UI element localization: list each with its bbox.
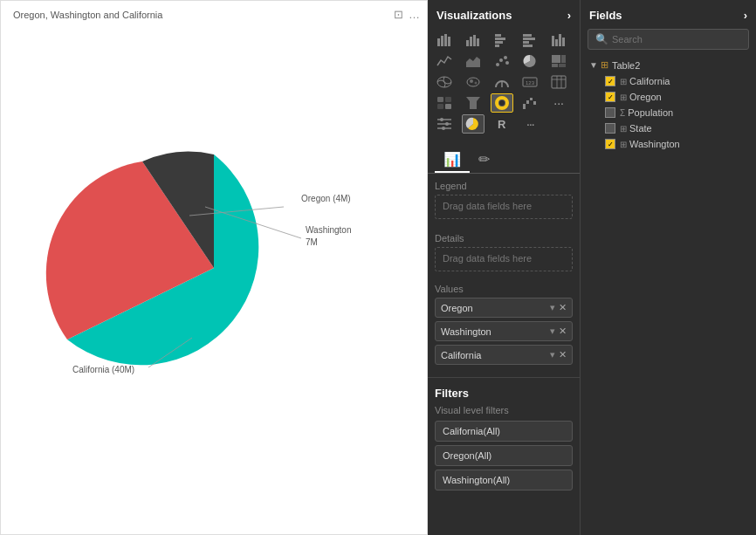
viz-icon-stacked-bar[interactable] — [433, 31, 456, 50]
viz-icon-area[interactable] — [462, 51, 485, 71]
viz-icon-pie[interactable] — [519, 51, 541, 71]
chart-header-icons: ⊡ … — [394, 8, 420, 21]
viz-icon-gauge[interactable] — [491, 72, 513, 92]
value-row-oregon[interactable]: Oregon ▾ ✕ — [435, 298, 573, 318]
svg-rect-20 — [555, 39, 558, 46]
label-california: California (40M) — [72, 365, 134, 374]
search-icon: 🔍 — [595, 33, 608, 45]
svg-rect-30 — [552, 64, 558, 67]
viz-icon-waterfall[interactable] — [519, 93, 541, 113]
legend-drop-zone[interactable]: Drag data fields here — [435, 195, 573, 219]
table-row-table2[interactable]: ▼ ⊞ Table2 — [586, 57, 751, 73]
svg-point-35 — [474, 82, 477, 85]
viz-icon-pie-active[interactable] — [462, 114, 485, 134]
svg-rect-50 — [523, 104, 526, 109]
chart-area: Oregon (4M) Washington 7M California (40… — [1, 1, 427, 534]
value-row-california[interactable]: California ▾ ✕ — [435, 345, 573, 365]
field-checkbox-population[interactable] — [605, 107, 615, 118]
viz-icon-r-visual[interactable]: R — [491, 114, 513, 134]
table-expand-icon[interactable]: ▼ — [589, 60, 598, 70]
field-row-california[interactable]: ✓ ⊞ California — [586, 73, 751, 89]
svg-rect-44 — [445, 97, 451, 102]
value-oregon-chevron[interactable]: ▾ — [550, 302, 555, 313]
tab-fields[interactable]: 📊 — [435, 147, 470, 173]
svg-rect-6 — [448, 37, 450, 46]
svg-rect-13 — [495, 41, 503, 44]
fields-panel: Fields › 🔍 ▼ ⊞ Table2 ✓ ⊞ California — [581, 0, 756, 535]
svg-rect-16 — [523, 38, 535, 40]
field-name-state: State — [629, 123, 747, 134]
visualizations-arrow[interactable]: › — [567, 9, 571, 22]
value-washington-remove[interactable]: ✕ — [559, 326, 567, 337]
field-row-population[interactable]: Σ Population — [586, 105, 751, 120]
fields-arrow[interactable]: › — [744, 9, 747, 22]
value-california-chevron[interactable]: ▾ — [550, 349, 555, 360]
viz-icon-funnel[interactable] — [462, 93, 485, 113]
more-options-icon[interactable]: … — [409, 8, 420, 21]
value-washington-chevron[interactable]: ▾ — [550, 326, 555, 337]
viz-icon-vbar2[interactable] — [547, 31, 570, 50]
field-row-oregon[interactable]: ✓ ⊞ Oregon — [586, 89, 751, 105]
viz-icon-hbar[interactable] — [491, 31, 513, 50]
filter-california[interactable]: California(All) — [435, 421, 573, 442]
viz-icon-ellipsis[interactable]: ··· — [519, 114, 541, 134]
svg-rect-10 — [477, 38, 479, 46]
visualizations-header: Visualizations › — [428, 0, 580, 29]
tab-format[interactable]: ✏ — [470, 147, 498, 173]
right-panel: Visualizations › — [428, 0, 756, 535]
expand-icon[interactable]: ⊡ — [394, 8, 403, 21]
value-row-washington[interactable]: Washington ▾ ✕ — [435, 321, 573, 341]
svg-rect-22 — [562, 38, 565, 46]
svg-text:123: 123 — [526, 80, 535, 86]
viz-icon-bar[interactable] — [462, 31, 485, 50]
svg-rect-18 — [523, 45, 533, 47]
field-row-washington[interactable]: ✓ ⊞ Washington — [586, 136, 751, 152]
viz-icon-treemap[interactable] — [547, 51, 570, 71]
search-box: 🔍 — [588, 29, 749, 50]
viz-icon-map-choropleth[interactable] — [433, 72, 456, 92]
viz-icon-table[interactable] — [547, 72, 570, 92]
svg-rect-11 — [495, 34, 501, 37]
field-checkbox-washington[interactable]: ✓ — [605, 139, 615, 149]
table-name: Table2 — [612, 60, 640, 71]
values-section: Values Oregon ▾ ✕ Washington ▾ ✕ Califor… — [428, 278, 580, 374]
viz-icon-map-bubble[interactable] — [462, 72, 485, 92]
svg-rect-31 — [559, 64, 566, 67]
svg-rect-15 — [523, 34, 532, 37]
viz-icon-scatter[interactable] — [491, 51, 513, 71]
viz-icon-donut[interactable] — [491, 93, 513, 113]
svg-rect-46 — [445, 104, 451, 109]
viz-tabs: 📊 ✏ — [428, 142, 580, 174]
value-oregon-remove[interactable]: ✕ — [559, 302, 567, 313]
field-checkbox-california[interactable]: ✓ — [605, 76, 615, 86]
value-oregon-text: Oregon — [441, 303, 550, 313]
svg-rect-14 — [495, 45, 499, 47]
chart-title: Oregon, Washington and California — [13, 10, 162, 20]
svg-rect-39 — [552, 76, 566, 88]
field-row-state[interactable]: ⊞ State — [586, 120, 751, 136]
svg-point-58 — [445, 122, 449, 126]
viz-icon-line[interactable] — [433, 51, 456, 71]
viz-icon-hbar2[interactable] — [519, 31, 541, 50]
search-input[interactable] — [612, 34, 741, 45]
fields-title: Fields — [589, 9, 622, 22]
viz-icon-matrix[interactable] — [433, 93, 456, 113]
svg-point-33 — [467, 78, 479, 86]
field-checkbox-oregon[interactable]: ✓ — [605, 92, 615, 102]
details-drop-zone[interactable]: Drag data fields here — [435, 247, 573, 271]
details-section: Details Drag data fields here — [428, 226, 580, 278]
field-name-population: Population — [628, 107, 747, 118]
viz-icon-card[interactable]: 123 — [519, 72, 541, 92]
filter-oregon[interactable]: Oregon(All) — [435, 445, 573, 466]
filter-washington[interactable]: Washington(All) — [435, 470, 573, 490]
field-checkbox-state[interactable] — [605, 123, 615, 134]
svg-rect-51 — [526, 100, 529, 104]
value-california-remove[interactable]: ✕ — [559, 349, 567, 360]
viz-icon-more[interactable]: ··· — [547, 93, 570, 113]
field-type-oregon: ⊞ — [620, 93, 627, 102]
svg-rect-17 — [523, 41, 529, 44]
details-label: Details — [435, 233, 573, 243]
svg-rect-28 — [552, 55, 560, 63]
svg-rect-43 — [437, 97, 443, 102]
viz-icon-slicer[interactable] — [433, 114, 456, 134]
